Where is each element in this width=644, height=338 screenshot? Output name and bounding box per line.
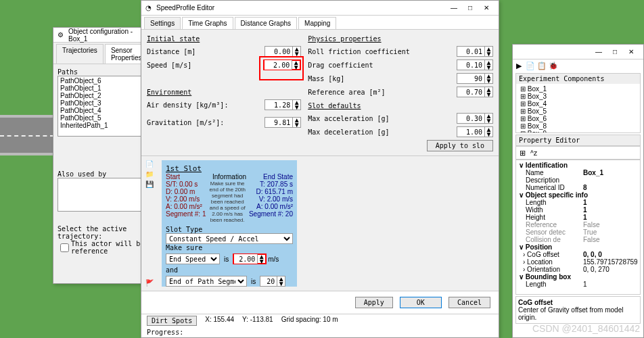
tab-time-graphs[interactable]: Time Graphs bbox=[182, 17, 233, 29]
drag-coef-label: Drag coefficient bbox=[308, 62, 457, 69]
tool-icon[interactable]: 📋 bbox=[537, 61, 547, 70]
cog-offset-title: CoG offset bbox=[518, 299, 553, 306]
speed-input[interactable]: ▲▼ bbox=[263, 59, 301, 70]
close-button[interactable]: ✕ bbox=[478, 4, 495, 11]
flag-icon[interactable]: 🚩 bbox=[145, 279, 158, 287]
mass-label: Mass [kg] bbox=[308, 75, 457, 82]
end-seg-select[interactable]: End of Path Segment I bbox=[166, 276, 247, 287]
tree-item[interactable]: ⊞ Box_4 bbox=[520, 100, 636, 107]
exp-comp-header: Experiment Components bbox=[516, 74, 640, 84]
list-item[interactable]: InheritedPath_1 bbox=[59, 122, 148, 129]
ref-area-label: Reference area [m²] bbox=[308, 89, 457, 96]
max-decel-input[interactable]: ▲▼ bbox=[457, 126, 493, 137]
status-grid: Grid spacing: 10 m bbox=[281, 316, 338, 326]
tool-icon[interactable]: ▶ bbox=[514, 61, 524, 70]
ident-section[interactable]: ∨ Identification bbox=[519, 162, 637, 169]
tab-trajectories[interactable]: Trajectories bbox=[56, 44, 104, 64]
speedometer-icon: ◔ bbox=[145, 4, 154, 12]
sort-az-icon[interactable]: ᴬz bbox=[529, 148, 538, 158]
list-item[interactable]: PathObject_4 bbox=[59, 107, 148, 114]
gear-icon: ⚙ bbox=[58, 31, 66, 39]
distance-input[interactable]: ▲▼ bbox=[264, 46, 301, 57]
right-max-button[interactable]: □ bbox=[607, 48, 623, 55]
distance-label: Distance [m] bbox=[147, 48, 264, 55]
folder-icon[interactable]: 📁 bbox=[145, 170, 158, 178]
mass-input[interactable]: ▲▼ bbox=[457, 73, 493, 84]
drag-coef-input[interactable]: ▲▼ bbox=[457, 59, 493, 70]
speed-label: Speed [m/s] bbox=[147, 62, 263, 69]
apply-to-slo-button[interactable]: Apply to slo bbox=[427, 140, 493, 151]
also-used-by-label: Also used by bbox=[58, 170, 150, 178]
objspec-section[interactable]: ∨ Object specific info bbox=[519, 191, 637, 199]
end-speed-select[interactable]: End Speed bbox=[166, 254, 220, 264]
tool-icon[interactable]: 📄 bbox=[526, 61, 535, 70]
tree-item[interactable]: ⊞ Box_3 bbox=[520, 93, 636, 100]
this-actor-label: This actor will be reference bbox=[71, 240, 150, 255]
prop-editor-header: Property Editor bbox=[515, 135, 641, 146]
slot-type-label: Slot Type bbox=[166, 226, 293, 233]
info-text: Make sure the end of the 20th segment ha… bbox=[206, 180, 248, 223]
bug-icon[interactable]: 🐞 bbox=[549, 61, 558, 70]
gravitation-input[interactable]: ▲▼ bbox=[264, 117, 301, 128]
speed-title: SpeedProfile Editor bbox=[156, 4, 446, 11]
speed-titlebar: ◔ SpeedProfile Editor — □ ✕ bbox=[141, 1, 499, 16]
paths-list[interactable]: PathObject_6 PathObject_1 PathObject_2 P… bbox=[58, 76, 150, 137]
tree-item[interactable]: ⊞ Box_8 bbox=[520, 122, 636, 130]
tab-settings[interactable]: Settings bbox=[144, 17, 181, 29]
end-seg-input[interactable]: ▲▼ bbox=[260, 276, 285, 287]
paths-label: Paths bbox=[58, 68, 150, 76]
list-item[interactable]: PathObject_1 bbox=[59, 84, 148, 92]
list-item[interactable]: PathObject_5 bbox=[59, 114, 148, 122]
objconfig-title: Object configuration - Box_1 bbox=[68, 28, 150, 43]
max-decel-label: Max deceleration [g] bbox=[308, 128, 457, 136]
ok-button[interactable]: OK bbox=[400, 297, 442, 308]
save-icon[interactable]: 💾 bbox=[145, 180, 158, 188]
bbox-section[interactable]: ∨ Bounding box bbox=[519, 273, 637, 281]
initial-state-header: Initial state bbox=[147, 35, 301, 43]
cancel-button[interactable]: Cancel bbox=[448, 297, 490, 308]
end-head: End State bbox=[250, 173, 293, 180]
list-item[interactable]: PathObject_2 bbox=[59, 92, 148, 99]
tab-distance-graphs[interactable]: Distance Graphs bbox=[235, 17, 297, 29]
start-head: Start bbox=[166, 173, 208, 180]
right-min-button[interactable]: — bbox=[591, 48, 607, 55]
air-density-input[interactable]: ▲▼ bbox=[264, 99, 301, 110]
end-speed-input[interactable]: ▲▼ bbox=[233, 254, 267, 264]
tab-mapping[interactable]: Mapping bbox=[298, 17, 336, 29]
sort-icon[interactable]: ⊞ bbox=[518, 148, 527, 158]
status-y: Y: -113.81 bbox=[242, 316, 273, 326]
progress-label: Progress: bbox=[141, 327, 499, 337]
position-section[interactable]: ∨ Position bbox=[519, 243, 637, 251]
slot-type-select[interactable]: Constant Speed / Accel bbox=[166, 233, 293, 244]
tree-item[interactable]: ⊞ Box_1 bbox=[520, 85, 636, 93]
dirt-spots-button[interactable]: Dirt Spots bbox=[147, 316, 197, 326]
objconfig-titlebar: ⚙ Object configuration - Box_1 bbox=[53, 28, 154, 43]
maximize-button[interactable]: □ bbox=[462, 4, 478, 11]
status-x: X: 155.44 bbox=[205, 316, 234, 326]
environment-header: Environment bbox=[147, 89, 301, 96]
ref-area-input[interactable]: ▲▼ bbox=[457, 87, 493, 97]
max-accel-input[interactable]: ▲▼ bbox=[457, 113, 493, 124]
max-accel-label: Max acceleration [g] bbox=[308, 115, 457, 122]
tree-item[interactable]: ⊞ Box_9 bbox=[520, 130, 636, 132]
tree-item[interactable]: ⊞ Box_6 bbox=[520, 115, 636, 122]
minimize-button[interactable]: — bbox=[446, 4, 462, 11]
and-label: and bbox=[166, 266, 293, 274]
gravitation-label: Gravitation [m/s²]: bbox=[147, 119, 264, 126]
list-item[interactable]: PathObject_3 bbox=[59, 99, 148, 107]
make-sure-label: Make sure bbox=[166, 244, 293, 251]
apply-button[interactable]: Apply bbox=[355, 297, 393, 308]
tree-item[interactable]: ⊞ Box_5 bbox=[520, 107, 636, 115]
info-head: Information bbox=[208, 173, 251, 180]
this-actor-checkbox[interactable] bbox=[60, 243, 69, 252]
list-item[interactable]: PathObject_6 bbox=[59, 77, 148, 84]
slot-title: 1st Slot bbox=[166, 164, 293, 173]
doc-icon[interactable]: 📄 bbox=[145, 160, 158, 168]
slot-defaults-header: Slot defaults bbox=[308, 102, 493, 110]
air-density-label: Air density [kg/m³]: bbox=[147, 101, 264, 109]
right-close-button[interactable]: ✕ bbox=[623, 48, 639, 55]
cog-offset-desc: Center of Gravity offset from model orig… bbox=[518, 306, 623, 321]
also-used-by-list[interactable] bbox=[58, 178, 150, 212]
roll-friction-label: Roll friction coefficient bbox=[308, 48, 457, 55]
roll-friction-input[interactable]: ▲▼ bbox=[457, 46, 493, 57]
